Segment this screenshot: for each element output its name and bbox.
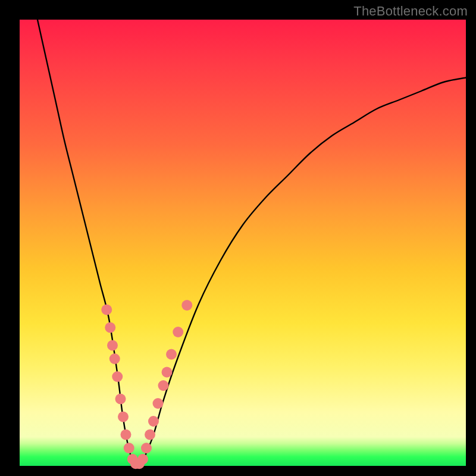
data-marker bbox=[181, 300, 192, 311]
plot-area bbox=[20, 20, 466, 466]
chart-frame: TheBottleneck.com bbox=[0, 0, 476, 476]
data-marker bbox=[137, 454, 148, 465]
data-marker bbox=[124, 443, 134, 453]
data-marker bbox=[118, 412, 129, 422]
data-marker bbox=[173, 327, 183, 337]
data-marker bbox=[115, 394, 126, 405]
data-marker bbox=[105, 322, 115, 333]
data-marker bbox=[162, 367, 173, 378]
data-marker bbox=[121, 430, 131, 440]
data-marker bbox=[109, 353, 120, 364]
data-marker bbox=[141, 443, 152, 453]
curve-layer bbox=[20, 20, 466, 466]
data-marker bbox=[112, 371, 123, 382]
marker-group bbox=[101, 300, 192, 469]
data-marker bbox=[166, 349, 177, 360]
data-marker bbox=[153, 398, 164, 409]
data-marker bbox=[148, 416, 159, 427]
data-marker bbox=[145, 430, 155, 440]
bottleneck-curve bbox=[37, 20, 466, 467]
data-marker bbox=[107, 340, 118, 351]
data-marker bbox=[101, 305, 112, 315]
data-marker bbox=[158, 380, 169, 391]
watermark-text: TheBottleneck.com bbox=[353, 4, 468, 19]
